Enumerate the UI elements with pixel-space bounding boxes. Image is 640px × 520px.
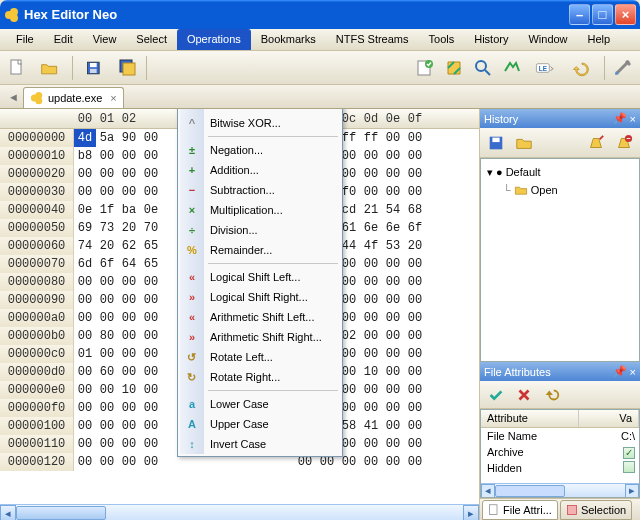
byte-cell[interactable]: 00 xyxy=(382,147,404,165)
macro-button[interactable] xyxy=(441,55,467,81)
byte-cell[interactable]: 00 xyxy=(74,273,96,291)
fa-col-value[interactable]: Va xyxy=(579,410,639,427)
byte-cell[interactable]: 00 xyxy=(404,309,426,327)
settings-button[interactable] xyxy=(610,55,636,81)
byte-cell[interactable]: 00 xyxy=(382,183,404,201)
byte-cell[interactable]: 4f xyxy=(360,237,382,255)
byte-cell[interactable]: 00 xyxy=(74,417,96,435)
byte-cell[interactable]: 00 xyxy=(118,309,140,327)
byte-cell[interactable]: 00 xyxy=(140,381,162,399)
byte-cell[interactable]: 0e xyxy=(74,201,96,219)
byte-cell[interactable]: 00 xyxy=(74,309,96,327)
byte-cell[interactable]: 00 xyxy=(96,381,118,399)
byte-cell[interactable]: 64 xyxy=(118,255,140,273)
menu-item-invert-case[interactable]: ↕Invert Case xyxy=(180,434,340,454)
byte-cell[interactable]: 00 xyxy=(140,399,162,417)
byte-cell[interactable]: 00 xyxy=(140,165,162,183)
byte-cell[interactable]: 4d xyxy=(74,129,96,147)
byte-cell[interactable]: 00 xyxy=(96,309,118,327)
byte-cell[interactable]: 5a xyxy=(96,129,118,147)
menu-item-bitwise-xor[interactable]: ^Bitwise XOR... xyxy=(180,113,340,133)
byte-cell[interactable]: 00 xyxy=(404,291,426,309)
byte-cell[interactable]: 00 xyxy=(140,363,162,381)
byte-cell[interactable]: ba xyxy=(118,201,140,219)
fa-value[interactable]: ✓ xyxy=(579,446,639,459)
byte-cell[interactable]: 00 xyxy=(382,345,404,363)
byte-cell[interactable]: 20 xyxy=(404,237,426,255)
byte-cell[interactable]: 00 xyxy=(360,453,382,471)
byte-cell[interactable]: 00 xyxy=(140,291,162,309)
menu-item-arithmetic-shift-right[interactable]: »Arithmetic Shift Right... xyxy=(180,327,340,347)
byte-cell[interactable]: 60 xyxy=(96,363,118,381)
find-button[interactable] xyxy=(470,55,496,81)
pin-icon[interactable]: 📌 xyxy=(613,365,627,378)
history-clear-button[interactable] xyxy=(583,131,609,155)
byte-cell[interactable]: 74 xyxy=(74,237,96,255)
byte-cell[interactable]: 00 xyxy=(118,291,140,309)
pin-icon[interactable]: 📌 xyxy=(613,112,627,125)
byte-cell[interactable]: 00 xyxy=(404,399,426,417)
menu-operations[interactable]: Operations xyxy=(177,29,251,50)
byte-cell[interactable]: 1f xyxy=(96,201,118,219)
byte-cell[interactable]: 00 xyxy=(74,363,96,381)
byte-cell[interactable]: 80 xyxy=(96,327,118,345)
byte-cell[interactable]: 00 xyxy=(382,291,404,309)
byte-cell[interactable]: 01 xyxy=(74,345,96,363)
history-save-button[interactable] xyxy=(483,131,509,155)
byte-cell[interactable]: 00 xyxy=(118,147,140,165)
byte-cell[interactable]: 00 xyxy=(140,129,162,147)
save-all-button[interactable] xyxy=(115,55,141,81)
new-file-button[interactable] xyxy=(4,55,30,81)
byte-cell[interactable]: 20 xyxy=(118,219,140,237)
byte-cell[interactable]: 00 xyxy=(140,273,162,291)
byte-cell[interactable]: 00 xyxy=(96,453,118,471)
fa-row[interactable]: Hidden xyxy=(481,460,639,476)
byte-cell[interactable]: 00 xyxy=(140,183,162,201)
byte-cell[interactable]: 00 xyxy=(118,417,140,435)
menu-bookmarks[interactable]: Bookmarks xyxy=(251,29,326,50)
fa-apply-button[interactable] xyxy=(483,383,509,407)
byte-cell[interactable]: 70 xyxy=(140,219,162,237)
byte-cell[interactable]: 00 xyxy=(382,381,404,399)
byte-cell[interactable]: 00 xyxy=(118,345,140,363)
replace-button[interactable] xyxy=(499,55,525,81)
byte-cell[interactable]: 00 xyxy=(382,273,404,291)
close-icon[interactable]: × xyxy=(630,113,636,125)
byte-cell[interactable]: 00 xyxy=(404,183,426,201)
menu-item-subtraction[interactable]: −Subtraction... xyxy=(180,180,340,200)
byte-cell[interactable]: 00 xyxy=(382,165,404,183)
history-tree[interactable]: ▾●Default └ Open xyxy=(480,158,640,362)
byte-cell[interactable]: 00 xyxy=(96,165,118,183)
menu-window[interactable]: Window xyxy=(518,29,577,50)
menu-view[interactable]: View xyxy=(83,29,127,50)
byte-cell[interactable]: 6d xyxy=(74,255,96,273)
fa-undo-button[interactable] xyxy=(539,383,565,407)
byte-cell[interactable]: 00 xyxy=(74,399,96,417)
fa-scrollbar[interactable]: ◂ ▸ xyxy=(481,483,639,497)
tree-item-open[interactable]: └ Open xyxy=(487,181,633,199)
byte-cell[interactable]: 00 xyxy=(360,255,382,273)
byte-cell[interactable]: 00 xyxy=(360,309,382,327)
byte-cell[interactable]: 6f xyxy=(404,219,426,237)
byte-cell[interactable]: 00 xyxy=(382,399,404,417)
tree-root[interactable]: ▾●Default xyxy=(487,163,633,181)
byte-cell[interactable]: 00 xyxy=(404,273,426,291)
byte-cell[interactable]: 00 xyxy=(360,435,382,453)
byte-cell[interactable]: 62 xyxy=(118,237,140,255)
menu-item-multiplication[interactable]: ×Multiplication... xyxy=(180,200,340,220)
byte-cell[interactable]: 00 xyxy=(140,345,162,363)
horizontal-scrollbar[interactable]: ◂ ▸ xyxy=(0,504,479,520)
byte-cell[interactable]: 73 xyxy=(96,219,118,237)
byte-cell[interactable]: 00 xyxy=(360,345,382,363)
byte-cell[interactable]: b8 xyxy=(74,147,96,165)
byte-cell[interactable]: 00 xyxy=(74,435,96,453)
window-minimize-button[interactable]: – xyxy=(569,4,590,25)
close-icon[interactable]: × xyxy=(630,366,636,378)
byte-cell[interactable]: 00 xyxy=(360,291,382,309)
byte-cell[interactable]: 00 xyxy=(360,399,382,417)
fa-cancel-button[interactable] xyxy=(511,383,537,407)
byte-cell[interactable]: 20 xyxy=(96,237,118,255)
menu-help[interactable]: Help xyxy=(578,29,621,50)
tab-scroll-left[interactable]: ◄ xyxy=(8,91,19,103)
byte-cell[interactable]: 00 xyxy=(404,435,426,453)
